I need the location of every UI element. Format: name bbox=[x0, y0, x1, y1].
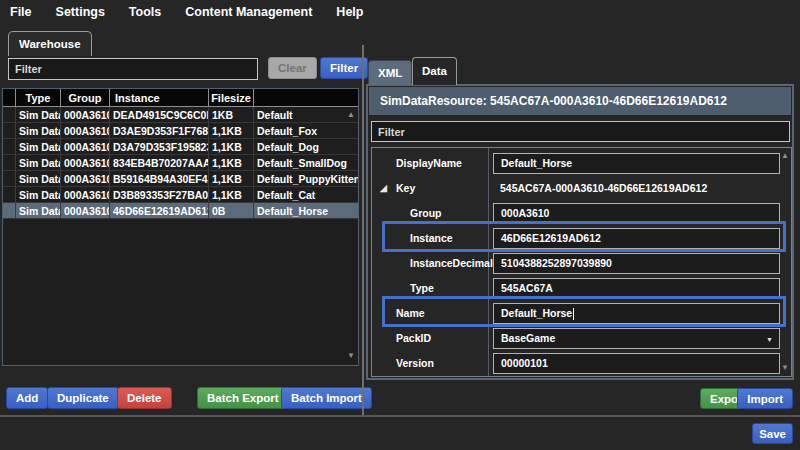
filter-button[interactable]: Filter bbox=[320, 57, 368, 79]
cell-instance: D3B893353F27BA0D bbox=[110, 187, 209, 202]
name-field[interactable]: Default_Horse bbox=[493, 303, 780, 324]
cell-type: Sim Data bbox=[16, 203, 61, 218]
row-selector bbox=[3, 155, 16, 170]
cell-name: Default_Cat bbox=[254, 187, 358, 202]
property-label-instancedecimal: InstanceDecimal bbox=[410, 253, 493, 274]
table-row[interactable]: Sim Data 000A3610 D3AE9D353F1F768A 1,1KB… bbox=[3, 123, 358, 139]
cell-instance: 834EB4B70207AAA2 bbox=[110, 155, 209, 170]
cell-name: Default_Fox bbox=[254, 123, 358, 138]
property-label-key: Key bbox=[396, 178, 415, 199]
cell-type: Sim Data bbox=[16, 123, 61, 138]
cell-name: Default_PuppyKitten bbox=[254, 171, 358, 186]
table-row[interactable]: Sim Data 000A3610 B59164B94A30EF4A 1,1KB… bbox=[3, 171, 358, 187]
clear-button[interactable]: Clear bbox=[268, 57, 317, 79]
menu-bar: File Settings Tools Content Management H… bbox=[0, 0, 800, 24]
packid-dropdown[interactable]: BaseGame▼ bbox=[493, 328, 780, 349]
cell-instance: DEAD4915C9C6C0D8 bbox=[110, 107, 209, 122]
instance-field[interactable]: 46D66E12619AD612 bbox=[493, 228, 780, 249]
cell-type: Sim Data bbox=[16, 155, 61, 170]
key-value: 545AC67A-000A3610-46D66E12619AD612 bbox=[500, 178, 707, 199]
chevron-down-icon[interactable]: ▼ bbox=[766, 329, 773, 349]
tab-xml[interactable]: XML bbox=[368, 60, 412, 85]
property-grid: DisplayName Default_Horse ◢ Key 545AC67A… bbox=[371, 147, 792, 377]
row-selector bbox=[3, 123, 16, 138]
instancedecimal-field[interactable]: 5104388252897039890 bbox=[493, 253, 780, 274]
cell-group: 000A3610 bbox=[61, 171, 110, 186]
scroll-up-icon[interactable]: ▲ bbox=[781, 152, 789, 160]
header-instance[interactable]: Instance bbox=[110, 89, 209, 106]
save-button[interactable]: Save bbox=[752, 423, 793, 444]
resource-table: Type Group Instance Filesize Sim Data 00… bbox=[2, 88, 359, 366]
warehouse-filter-input[interactable] bbox=[8, 58, 258, 80]
cell-name: Default_Dog bbox=[254, 139, 358, 154]
bottom-separator bbox=[0, 415, 800, 417]
header-type[interactable]: Type bbox=[16, 89, 61, 106]
cell-filesize: 1,1KB bbox=[209, 187, 254, 202]
menu-item-tools[interactable]: Tools bbox=[129, 5, 161, 19]
version-field[interactable]: 00000101 bbox=[493, 353, 780, 374]
table-row[interactable]: Sim Data 000A3610 834EB4B70207AAA2 1,1KB… bbox=[3, 155, 358, 171]
header-group[interactable]: Group bbox=[61, 89, 110, 106]
cell-group: 000A3610 bbox=[61, 123, 110, 138]
cell-filesize: 1,1KB bbox=[209, 171, 254, 186]
header-selector bbox=[3, 89, 16, 106]
duplicate-button[interactable]: Duplicate bbox=[47, 387, 119, 409]
property-label-group: Group bbox=[410, 203, 442, 224]
header-name[interactable] bbox=[254, 89, 358, 106]
scroll-down-icon[interactable]: ▼ bbox=[347, 352, 355, 360]
scroll-up-icon[interactable]: ▲ bbox=[347, 111, 355, 119]
cell-filesize: 1,1KB bbox=[209, 139, 254, 154]
menu-item-file[interactable]: File bbox=[10, 5, 32, 19]
cell-type: Sim Data bbox=[16, 139, 61, 154]
batch-import-button[interactable]: Batch Import bbox=[281, 387, 372, 409]
property-label-displayname: DisplayName bbox=[396, 153, 462, 174]
table-row[interactable]: Sim Data 000A3610 DEAD4915C9C6C0D8 1KB D… bbox=[3, 107, 358, 123]
expander-icon[interactable]: ◢ bbox=[380, 178, 387, 199]
cell-instance: 46D66E12619AD612 bbox=[110, 203, 209, 218]
cell-name: Default bbox=[254, 107, 358, 122]
cell-type: Sim Data bbox=[16, 187, 61, 202]
group-field[interactable]: 000A3610 bbox=[493, 203, 780, 224]
resource-header: SimDataResource: 545AC67A-000A3610-46D66… bbox=[369, 87, 791, 115]
cell-name: Default_Horse bbox=[254, 203, 358, 218]
panel-splitter[interactable] bbox=[362, 45, 364, 415]
property-label-name: Name bbox=[396, 303, 425, 324]
menu-item-help[interactable]: Help bbox=[336, 5, 363, 19]
add-button[interactable]: Add bbox=[6, 387, 48, 409]
row-selector bbox=[3, 139, 16, 154]
data-filter-input[interactable] bbox=[371, 121, 790, 142]
scroll-down-icon[interactable]: ▼ bbox=[781, 364, 789, 372]
cell-group: 000A3610 bbox=[61, 139, 110, 154]
tab-warehouse[interactable]: Warehouse bbox=[8, 31, 92, 56]
table-row-selected[interactable]: Sim Data 000A3610 46D66E12619AD612 0B De… bbox=[3, 203, 358, 219]
table-row[interactable]: Sim Data 000A3610 D3A79D353F195823 1,1KB… bbox=[3, 139, 358, 155]
cell-filesize: 1KB bbox=[209, 107, 254, 122]
delete-button[interactable]: Delete bbox=[117, 387, 172, 409]
text-caret bbox=[573, 308, 574, 320]
menu-item-content-management[interactable]: Content Management bbox=[185, 5, 312, 19]
row-selector bbox=[3, 107, 16, 122]
cell-type: Sim Data bbox=[16, 171, 61, 186]
batch-export-button[interactable]: Batch Export bbox=[197, 387, 289, 409]
displayname-field[interactable]: Default_Horse bbox=[493, 153, 780, 174]
cell-instance: B59164B94A30EF4A bbox=[110, 171, 209, 186]
menu-item-settings[interactable]: Settings bbox=[56, 5, 105, 19]
property-label-type: Type bbox=[410, 278, 434, 299]
type-field[interactable]: 545AC67A bbox=[493, 278, 780, 299]
import-button[interactable]: Import bbox=[737, 388, 793, 409]
cell-filesize: 0B bbox=[209, 203, 254, 218]
table-header-row: Type Group Instance Filesize bbox=[3, 89, 358, 107]
cell-filesize: 1,1KB bbox=[209, 123, 254, 138]
cell-type: Sim Data bbox=[16, 107, 61, 122]
property-label-version: Version bbox=[396, 353, 434, 374]
table-row[interactable]: Sim Data 000A3610 D3B893353F27BA0D 1,1KB… bbox=[3, 187, 358, 203]
cell-group: 000A3610 bbox=[61, 155, 110, 170]
header-filesize[interactable]: Filesize bbox=[209, 89, 254, 106]
row-selector bbox=[3, 187, 16, 202]
cell-instance: D3A79D353F195823 bbox=[110, 139, 209, 154]
property-label-instance: Instance bbox=[410, 228, 453, 249]
cell-group: 000A3610 bbox=[61, 203, 110, 218]
tab-data[interactable]: Data bbox=[412, 57, 457, 85]
cell-name: Default_SmallDog bbox=[254, 155, 358, 170]
cell-group: 000A3610 bbox=[61, 187, 110, 202]
